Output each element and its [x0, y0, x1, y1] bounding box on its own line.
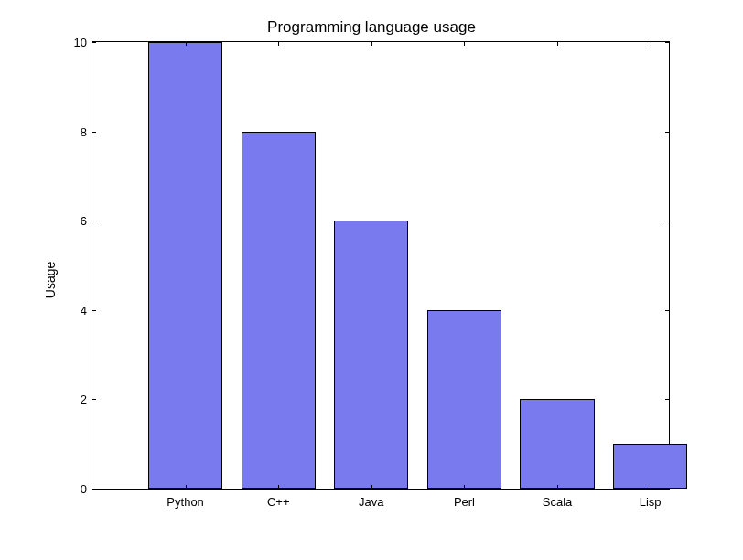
bar — [334, 221, 408, 489]
y-axis-label: Usage — [43, 262, 58, 298]
y-tick-label: 10 — [59, 36, 87, 49]
bar — [148, 42, 222, 489]
chart-title: Programming language usage — [0, 18, 743, 37]
y-tick-label: 8 — [59, 124, 87, 138]
y-tick-label: 6 — [59, 214, 87, 228]
x-tick-label: Scala — [543, 495, 573, 509]
chart-container: Programming language usage Usage 0246810… — [0, 0, 743, 560]
bar — [427, 310, 501, 489]
bar — [242, 132, 316, 489]
y-tick-label: 4 — [59, 303, 87, 317]
y-tick-label: 0 — [59, 482, 87, 496]
x-tick-label: Perl — [454, 495, 475, 509]
bar — [613, 444, 687, 489]
x-tick-label: Java — [359, 495, 383, 509]
plot-area: 0246810PythonC++JavaPerlScalaLisp — [92, 41, 670, 490]
y-tick-label: 2 — [59, 393, 87, 406]
x-tick-label: Lisp — [640, 495, 662, 509]
bar — [520, 399, 594, 489]
x-tick-label: C++ — [267, 495, 290, 509]
x-tick-label: Python — [167, 495, 203, 509]
